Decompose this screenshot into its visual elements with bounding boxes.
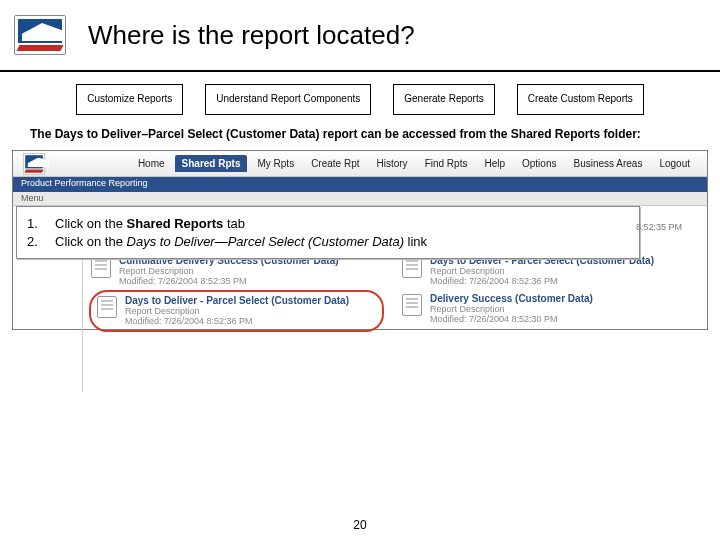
- nav-logout[interactable]: Logout: [652, 155, 697, 172]
- screenshot-topbar: Home Shared Rpts My Rpts Create Rpt Hist…: [13, 151, 707, 177]
- usps-logo-icon: [14, 15, 66, 55]
- tab-customize-reports: Customize Reports: [76, 84, 183, 115]
- report-desc: Report Description: [119, 266, 339, 276]
- report-modified: Modified: 7/26/2004 8:52:36 PM: [430, 276, 654, 286]
- report-modified: Modified: 7/26/2004 8:52:36 PM: [125, 316, 349, 326]
- menu-label: Menu: [21, 193, 44, 204]
- nav-create-rpt[interactable]: Create Rpt: [304, 155, 366, 172]
- tab-understand-report-components: Understand Report Components: [205, 84, 371, 115]
- screenshot: Home Shared Rpts My Rpts Create Rpt Hist…: [12, 150, 708, 376]
- tab-generate-reports: Generate Reports: [393, 84, 495, 115]
- step-1-text: Click on the Shared Reports tab: [55, 215, 427, 233]
- screenshot-subbar: Menu: [13, 192, 707, 206]
- report-icon: [402, 294, 422, 316]
- concept-tabs: Customize Reports Understand Report Comp…: [0, 72, 720, 121]
- timestamp-overflow: 8:52:35 PM: [636, 222, 682, 232]
- instruction-box: 1. Click on the Shared Reports tab 2. Cl…: [16, 206, 640, 259]
- report-icon: [91, 256, 111, 278]
- report-desc: Report Description: [430, 304, 593, 314]
- nav-options[interactable]: Options: [515, 155, 563, 172]
- usps-logo-small-icon: [23, 153, 45, 175]
- report-desc: Report Description: [430, 266, 654, 276]
- step-number-2: 2.: [27, 233, 55, 251]
- report-delivery-success[interactable]: Delivery Success (Customer Data) Report …: [400, 290, 695, 332]
- nav-shared-rpts[interactable]: Shared Rpts: [175, 155, 248, 172]
- report-desc: Report Description: [125, 306, 349, 316]
- nav-history[interactable]: History: [370, 155, 415, 172]
- report-modified: Modified: 7/26/2004 8:52:35 PM: [119, 276, 339, 286]
- nav-home[interactable]: Home: [131, 155, 172, 172]
- screenshot-product-bar: Product Performance Reporting: [13, 177, 707, 192]
- report-title: Delivery Success (Customer Data): [430, 294, 593, 304]
- nav-help[interactable]: Help: [477, 155, 512, 172]
- page-title: Where is the report located?: [88, 20, 415, 51]
- report-title: Days to Deliver - Parcel Select (Custome…: [125, 296, 349, 306]
- report-modified: Modified: 7/26/2004 8:52:30 PM: [430, 314, 593, 324]
- intro-text: The Days to Deliver–Parcel Select (Custo…: [0, 121, 720, 149]
- nav-my-rpts[interactable]: My Rpts: [250, 155, 301, 172]
- report-days-to-deliver-circled[interactable]: Days to Deliver - Parcel Select (Custome…: [89, 290, 384, 332]
- tab-create-custom-reports: Create Custom Reports: [517, 84, 644, 115]
- step-2-text: Click on the Days to Deliver—Parcel Sele…: [55, 233, 427, 251]
- screenshot-nav: Home Shared Rpts My Rpts Create Rpt Hist…: [131, 155, 697, 172]
- title-bar: Where is the report located?: [0, 0, 720, 72]
- step-number-1: 1.: [27, 215, 55, 233]
- page-number: 20: [0, 518, 720, 532]
- report-icon: [402, 256, 422, 278]
- nav-find-rpts[interactable]: Find Rpts: [418, 155, 475, 172]
- nav-business-areas[interactable]: Business Areas: [566, 155, 649, 172]
- report-icon: [97, 296, 117, 318]
